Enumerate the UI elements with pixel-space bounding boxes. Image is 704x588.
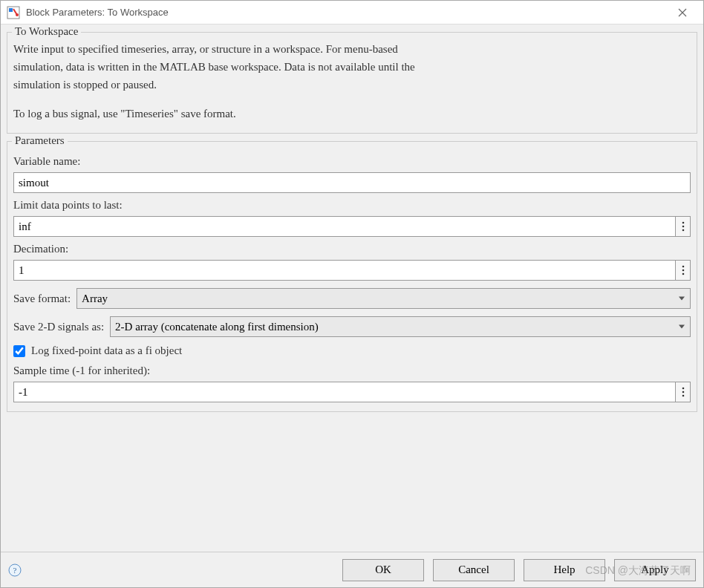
description-line: simulation, data is written in the MATLA… [13, 59, 691, 76]
description-line: simulation is stopped or paused. [13, 77, 691, 94]
log-fixed-checkbox[interactable] [13, 345, 25, 357]
svg-point-11 [682, 395, 684, 397]
log-fixed-label: Log fixed-point data as a fi object [31, 344, 182, 357]
save-2d-select[interactable]: 2-D array (concatenate along first dimen… [110, 316, 691, 337]
variable-name-input[interactable] [13, 172, 691, 193]
decimation-label: Decimation: [13, 243, 691, 255]
cancel-button[interactable]: Cancel [433, 559, 515, 581]
app-icon [7, 6, 20, 19]
group-legend: Parameters [12, 134, 68, 147]
svg-point-10 [682, 391, 684, 393]
save-format-select[interactable]: Array [76, 288, 691, 309]
decimation-input[interactable] [13, 260, 676, 281]
svg-rect-1 [9, 8, 13, 12]
footer: ? OK Cancel Help Apply [1, 552, 703, 587]
svg-point-4 [682, 226, 684, 228]
sample-time-more-button[interactable] [676, 382, 691, 402]
group-legend: To Workspace [12, 25, 81, 38]
ok-button[interactable]: OK [342, 559, 424, 581]
group-to-workspace: To Workspace Write input to specified ti… [7, 32, 697, 134]
group-parameters: Parameters Variable name: Limit data poi… [7, 141, 697, 412]
limit-input[interactable] [13, 216, 676, 237]
description-line: Write input to specified timeseries, arr… [13, 42, 691, 58]
save-2d-label: Save 2-D signals as: [13, 321, 104, 333]
limit-more-button[interactable] [676, 216, 691, 237]
svg-text:?: ? [13, 566, 17, 575]
description-line: To log a bus signal, use "Timeseries" sa… [13, 106, 691, 122]
svg-point-2 [16, 13, 19, 16]
decimation-more-button[interactable] [676, 260, 691, 281]
svg-point-5 [682, 229, 684, 232]
svg-point-8 [682, 273, 684, 275]
sample-time-label: Sample time (-1 for inherited): [13, 365, 691, 377]
help-icon[interactable]: ? [8, 564, 22, 577]
window-title: Block Parameters: To Workspace [26, 7, 668, 18]
save-format-label: Save format: [13, 293, 71, 305]
apply-button[interactable]: Apply [614, 559, 696, 581]
content-area: To Workspace Write input to specified ti… [1, 24, 703, 552]
close-button[interactable] [668, 2, 697, 23]
svg-point-6 [682, 266, 684, 268]
sample-time-input[interactable] [13, 382, 676, 402]
titlebar: Block Parameters: To Workspace [1, 1, 703, 24]
svg-point-9 [682, 388, 684, 390]
variable-name-label: Variable name: [13, 155, 691, 168]
svg-point-3 [682, 222, 684, 224]
limit-label: Limit data points to last: [13, 199, 691, 212]
svg-point-7 [682, 270, 684, 272]
help-button[interactable]: Help [524, 559, 605, 581]
